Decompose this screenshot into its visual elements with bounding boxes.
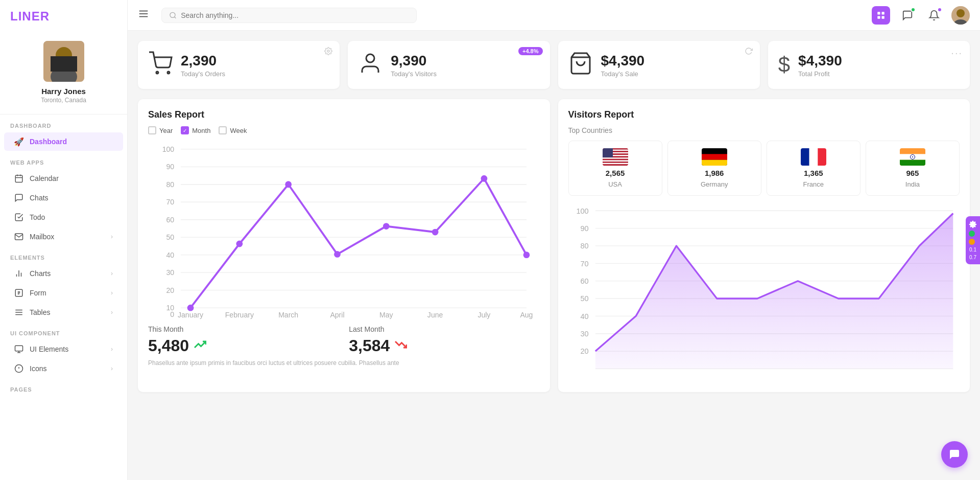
svg-point-28 [170,12,175,17]
svg-text:30: 30 [166,268,174,277]
filter-year[interactable]: Year [148,126,173,134]
section-title-ui: UI COMPONENT [0,322,127,339]
this-month-label: This Month [148,325,339,333]
sale-icon [568,51,593,79]
sale-refresh-icon[interactable] [745,47,753,57]
country-india: 965 India [866,141,960,196]
search-icon [169,11,177,19]
svg-text:60: 60 [166,216,174,224]
svg-rect-96 [702,160,727,166]
edge-label-07: 0.7 [969,255,977,260]
todo-icon [14,213,23,222]
header-actions [872,6,970,25]
apps-button[interactable] [872,6,890,25]
user-avatar[interactable] [951,6,970,25]
svg-point-65 [285,181,292,188]
form-icon [14,288,23,298]
chevron-right-icon: › [111,270,113,277]
charts-icon [14,269,23,278]
svg-point-40 [366,54,374,62]
svg-rect-5 [15,175,22,182]
this-month-value: 5,480 [148,336,339,355]
profit-info: $4,390 Total Profit [798,53,960,78]
svg-text:March: March [278,311,298,319]
svg-text:April: April [330,311,344,319]
chevron-right-icon: › [111,233,113,240]
settings-icon [969,220,977,228]
green-dot [969,231,975,237]
visitors-label: Today's Visitors [391,70,539,78]
mail-icon [14,232,23,241]
sidebar-item-charts[interactable]: Charts › [4,264,123,283]
svg-text:50: 50 [580,294,588,303]
month-checkbox[interactable]: ✓ [181,126,189,134]
sidebar-item-label: Calendar [30,174,59,182]
notification-button[interactable] [925,6,943,25]
sidebar-item-mailbox[interactable]: Mailbox › [4,227,123,246]
orders-gear-icon[interactable] [324,47,332,57]
svg-rect-92 [603,164,628,166]
svg-text:February: February [225,311,254,319]
svg-text:100: 100 [576,207,588,215]
profit-more-icon[interactable]: ··· [951,47,963,59]
notification-badge [937,7,942,12]
sidebar-item-tables[interactable]: Tables › [4,303,123,322]
rocket-icon: 🚀 [14,137,23,146]
svg-point-68 [432,229,439,236]
section-title-dashboard: DASHBOARD [0,115,127,132]
chat-button[interactable] [898,6,917,25]
svg-line-29 [175,16,176,18]
yellow-dot [969,239,975,245]
sidebar-item-calendar[interactable]: Calendar [4,169,123,188]
visitors-report-card: Visitors Report Top Countries [558,99,970,392]
sale-label: Today's Sale [601,70,750,78]
filter-month[interactable]: ✓ Month [181,126,210,134]
year-checkbox[interactable] [148,126,156,134]
last-month-label: Last Month [349,325,539,333]
svg-text:40: 40 [580,312,588,321]
svg-point-104 [912,156,913,157]
sidebar-item-dashboard[interactable]: 🚀 Dashboard [4,132,123,151]
sidebar-item-label: Mailbox [30,233,54,241]
sidebar-item-form[interactable]: Form › [4,284,123,302]
svg-text:40: 40 [166,251,174,259]
chat-fab[interactable] [941,441,968,468]
svg-rect-102 [900,160,925,166]
sidebar-item-todo[interactable]: Todo [4,208,123,226]
sales-chart: 100 90 80 70 60 50 40 30 20 10 0 [148,143,540,321]
usa-name: USA [608,180,622,188]
chevron-right-icon: › [111,346,113,353]
sidebar-item-chats[interactable]: Chats [4,189,123,207]
sidebar-item-ui-elements[interactable]: UI Elements › [4,340,123,358]
filter-week[interactable]: Week [219,126,247,134]
svg-text:70: 70 [166,198,174,206]
section-title-elements: ELEMENTS [0,246,127,264]
svg-rect-98 [809,148,818,166]
chevron-right-icon: › [111,309,113,316]
avatar [43,41,84,82]
svg-text:20: 20 [166,286,174,294]
flag-france [801,148,826,166]
stat-card-visitors: 9,390 Today's Visitors +4.8% [348,41,549,89]
week-checkbox[interactable] [219,126,227,134]
right-edge-widget[interactable]: 0.1 0.7 [966,216,980,264]
menu-button[interactable] [138,8,149,22]
search-bar[interactable] [161,8,417,23]
svg-text:90: 90 [580,224,588,233]
visitors-value: 9,390 [391,53,539,69]
calendar-icon [14,174,23,183]
visitors-chart: 100 90 80 70 60 50 40 30 20 [568,204,960,382]
svg-rect-91 [603,163,628,165]
profit-label: Total Profit [798,70,960,78]
visitors-info: 9,390 Today's Visitors [391,53,539,78]
visitors-badge: +4.8% [518,47,543,55]
search-input[interactable] [181,11,409,19]
section-title-pages: PAGES [0,378,127,396]
filter-week-label: Week [230,127,247,134]
sidebar-item-label: Form [30,289,46,297]
country-germany: 1,986 Germany [667,141,761,196]
chevron-right-icon: › [111,289,113,296]
flag-india [900,148,925,166]
orders-label: Today's Orders [181,70,329,78]
sidebar-item-icons[interactable]: Icons › [4,359,123,378]
